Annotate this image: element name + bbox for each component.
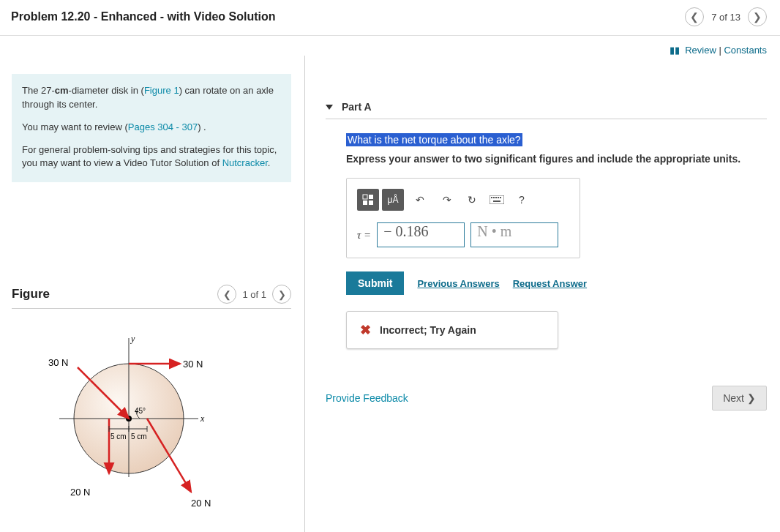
answer-panel: μÅ ↶ ↷ ↻ ? τ = − 0.186 N • m bbox=[346, 178, 580, 258]
svg-text:30 N: 30 N bbox=[48, 357, 68, 368]
instruction-text: Express your answer to two significant f… bbox=[346, 153, 767, 165]
redo-button[interactable]: ↷ bbox=[436, 189, 458, 211]
pages-link[interactable]: Pages 304 - 307 bbox=[128, 121, 198, 132]
request-answer-link[interactable]: Request Answer bbox=[513, 278, 587, 289]
reset-button[interactable]: ↻ bbox=[461, 189, 483, 211]
answer-value-input[interactable]: − 0.186 bbox=[377, 222, 465, 247]
part-title: Part A bbox=[342, 101, 372, 113]
svg-rect-23 bbox=[363, 195, 367, 199]
problem-nav: ❮ 7 of 13 ❯ bbox=[685, 7, 767, 26]
svg-rect-30 bbox=[495, 197, 497, 198]
review-link[interactable]: Review bbox=[685, 45, 716, 56]
units-tool-button[interactable]: μÅ bbox=[382, 189, 404, 211]
help-button[interactable]: ? bbox=[511, 189, 533, 211]
nutcracker-link[interactable]: Nutcracker bbox=[222, 157, 268, 168]
constants-link[interactable]: Constants bbox=[724, 45, 767, 56]
keyboard-button[interactable] bbox=[486, 189, 508, 211]
svg-rect-33 bbox=[493, 201, 500, 202]
svg-line-9 bbox=[78, 367, 91, 381]
incorrect-icon: ✖ bbox=[360, 322, 371, 338]
collapse-caret-icon bbox=[326, 105, 333, 110]
undo-button[interactable]: ↶ bbox=[407, 189, 433, 211]
question-text: What is the net torque about the axle? bbox=[346, 133, 522, 146]
svg-rect-26 bbox=[369, 201, 373, 205]
figure-1-link[interactable]: Figure 1 bbox=[144, 85, 179, 96]
svg-text:20 N: 20 N bbox=[70, 487, 90, 498]
feedback-text: Incorrect; Try Again bbox=[380, 324, 476, 336]
svg-rect-31 bbox=[498, 197, 499, 198]
tau-label: τ = bbox=[357, 229, 371, 241]
prev-problem-button[interactable]: ❮ bbox=[685, 7, 704, 26]
book-icon: ▮▮ bbox=[670, 45, 680, 56]
svg-rect-25 bbox=[363, 201, 367, 205]
svg-text:5 cm: 5 cm bbox=[110, 432, 127, 441]
answer-unit-input[interactable]: N • m bbox=[470, 222, 558, 247]
feedback-box: ✖ Incorrect; Try Again bbox=[346, 311, 558, 349]
problem-count: 7 of 13 bbox=[711, 12, 740, 23]
figure-next-button[interactable]: ❯ bbox=[272, 285, 291, 304]
svg-rect-24 bbox=[369, 195, 373, 199]
svg-rect-29 bbox=[493, 197, 495, 198]
svg-rect-27 bbox=[490, 195, 504, 204]
previous-answers-link[interactable]: Previous Answers bbox=[417, 278, 499, 289]
template-tool-button[interactable] bbox=[357, 189, 379, 211]
figure-prev-button[interactable]: ❮ bbox=[217, 285, 236, 304]
page-title: Problem 12.20 - Enhanced - with Video So… bbox=[11, 10, 276, 23]
next-problem-button[interactable]: ❯ bbox=[748, 7, 767, 26]
svg-text:5 cm: 5 cm bbox=[131, 432, 147, 441]
submit-button[interactable]: Submit bbox=[346, 271, 404, 295]
figure-heading: Figure bbox=[12, 287, 50, 301]
svg-rect-32 bbox=[500, 197, 501, 198]
part-a-header[interactable]: Part A bbox=[326, 101, 767, 119]
svg-text:y: y bbox=[130, 334, 135, 344]
top-links: ▮▮ Review | Constants bbox=[0, 36, 780, 56]
figure-diagram: y x 30 N 30 N 45° 20 N bbox=[12, 331, 291, 523]
provide-feedback-link[interactable]: Provide Feedback bbox=[326, 392, 408, 404]
svg-text:20 N: 20 N bbox=[191, 498, 211, 509]
figure-count: 1 of 1 bbox=[242, 289, 266, 300]
next-button[interactable]: Next ❯ bbox=[712, 386, 767, 411]
svg-rect-28 bbox=[491, 197, 492, 198]
svg-text:30 N: 30 N bbox=[183, 359, 203, 370]
svg-text:45°: 45° bbox=[135, 407, 146, 415]
context-box: The 27-cm-diameter disk in (Figure 1) ca… bbox=[12, 74, 291, 182]
chevron-right-icon: ❯ bbox=[747, 392, 756, 404]
svg-text:x: x bbox=[200, 413, 205, 424]
